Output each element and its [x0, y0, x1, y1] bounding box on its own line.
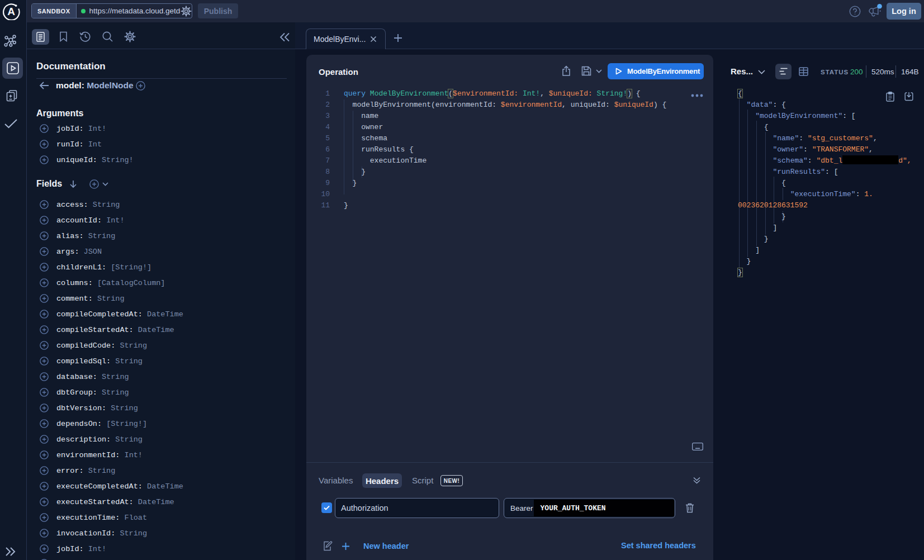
svg-text:A: A [7, 6, 15, 17]
